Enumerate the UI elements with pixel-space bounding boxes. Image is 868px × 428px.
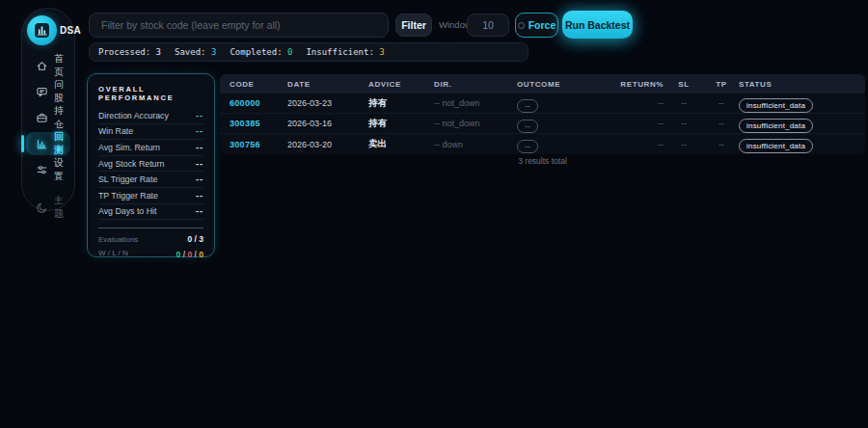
performance-metrics: Direction Accuracy--Win Rate--Avg Sim. R… xyxy=(98,108,203,220)
status-badge: insufficient_data xyxy=(739,119,813,133)
sidebar-item-1[interactable]: 首页 xyxy=(26,54,70,77)
cell-sl: -- xyxy=(664,140,704,149)
cell-code[interactable]: 600000 xyxy=(230,98,287,108)
stock-filter-input[interactable] xyxy=(89,13,389,38)
table-row[interactable]: 3003852026-03-16持有-- not_down--------ins… xyxy=(220,114,865,134)
sidebar: DSA 首页问股持仓回测设置主题 xyxy=(21,8,75,211)
cell-date: 2026-03-20 xyxy=(287,140,368,149)
table-row[interactable]: 6000002026-03-23持有-- not_down--------ins… xyxy=(220,94,865,114)
cell-return: -- xyxy=(613,140,664,149)
cell-advice: 卖出 xyxy=(368,138,434,150)
panel-title: OVERALL PERFORMANCE xyxy=(98,85,203,102)
cell-outcome: -- xyxy=(517,115,613,133)
metric-row: Avg Sim. Return-- xyxy=(98,140,203,156)
metric-label: Avg Stock Return xyxy=(98,159,164,169)
metric-row: TP Trigger Rate-- xyxy=(98,188,203,204)
divider xyxy=(98,227,203,228)
window-input[interactable] xyxy=(467,13,509,37)
cell-return: -- xyxy=(613,119,664,128)
active-indicator xyxy=(21,135,24,152)
results-table: CODEDATEADVICEDIR.OUTCOMERETURN%SLTPSTAT… xyxy=(220,74,865,154)
table-body: 6000002026-03-23持有-- not_down--------ins… xyxy=(220,94,865,154)
moon-icon xyxy=(36,201,48,214)
sidebar-item-5[interactable]: 设置 xyxy=(26,158,70,181)
cell-code[interactable]: 300385 xyxy=(230,119,287,128)
cell-date: 2026-03-23 xyxy=(287,98,368,108)
sidebar-item-label: 持仓 xyxy=(54,104,70,131)
cell-advice: 持有 xyxy=(368,97,434,110)
sidebar-item-label: 首页 xyxy=(54,52,70,79)
force-radio-icon xyxy=(518,22,525,29)
table-header: CODEDATEADVICEDIR.OUTCOMERETURN%SLTPSTAT… xyxy=(220,74,865,94)
cell-outcome: -- xyxy=(517,135,613,153)
status-badge: insufficient_data xyxy=(739,98,813,113)
table-row[interactable]: 3007562026-03-20卖出-- down--------insuffi… xyxy=(220,134,865,154)
cell-tp: -- xyxy=(704,119,739,128)
cell-dir: -- not_down xyxy=(434,98,517,108)
sidebar-item-2[interactable]: 问股 xyxy=(26,80,70,103)
force-toggle-button[interactable]: Force xyxy=(515,13,558,38)
outcome-badge: -- xyxy=(517,99,538,113)
wln-label: W / L / N xyxy=(98,249,128,257)
filter-button[interactable]: Filter xyxy=(395,13,432,37)
metric-value: -- xyxy=(196,143,203,152)
sidebar-item-label: 主题 xyxy=(54,194,70,221)
column-header: CODE xyxy=(230,80,287,89)
cell-return: -- xyxy=(613,98,664,108)
status-insufficient: Insufficient: 3 xyxy=(306,47,384,57)
briefcase-icon xyxy=(36,112,48,124)
cell-status: insufficient_data xyxy=(739,94,855,113)
outcome-badge: -- xyxy=(517,120,538,133)
chat-icon xyxy=(36,86,48,98)
overall-performance-panel: OVERALL PERFORMANCE Direction Accuracy--… xyxy=(87,73,215,257)
metric-row: Avg Days to Hit-- xyxy=(98,204,203,221)
metric-value: -- xyxy=(196,206,203,216)
cell-sl: -- xyxy=(664,98,704,108)
metric-label: Avg Days to Hit xyxy=(98,206,156,216)
sidebar-item-label: 回测 xyxy=(54,130,70,157)
app-root: DSA 首页问股持仓回测设置主题 Filter Window Force Run… xyxy=(0,0,868,428)
run-backtest-button[interactable]: Run Backtest xyxy=(562,11,633,39)
metric-row: Avg Stock Return-- xyxy=(98,156,203,173)
cell-dir: -- not_down xyxy=(434,119,517,128)
outcome-badge: -- xyxy=(517,140,538,153)
sidebar-item-4[interactable]: 回测 xyxy=(26,132,70,155)
logo-bar-chart-icon xyxy=(27,15,57,45)
metric-label: Win Rate xyxy=(98,126,133,136)
column-header: DATE xyxy=(287,80,368,89)
cell-status: insufficient_data xyxy=(739,135,855,153)
cell-advice: 持有 xyxy=(368,118,434,130)
column-header: TP xyxy=(704,80,739,89)
metric-row: Win Rate-- xyxy=(98,124,203,141)
cell-dir: -- down xyxy=(434,140,517,149)
evaluations-label: Evaluations xyxy=(98,235,138,244)
cell-date: 2026-03-16 xyxy=(287,119,368,128)
bar-chart-icon xyxy=(36,138,48,150)
cell-tp: -- xyxy=(704,140,739,149)
column-header: SL xyxy=(664,80,704,89)
metric-value: -- xyxy=(196,159,203,169)
metric-label: Avg Sim. Return xyxy=(98,143,160,152)
app-title: DSA xyxy=(60,25,81,36)
wln-values: 0 / 0 / 0 xyxy=(176,244,203,261)
column-header: DIR. xyxy=(434,80,517,89)
status-saved: Saved: 3 xyxy=(175,47,216,57)
metric-label: SL Trigger Rate xyxy=(98,174,157,184)
column-header: OUTCOME xyxy=(517,80,613,89)
results-count: 3 results total xyxy=(220,156,865,166)
cell-outcome: -- xyxy=(517,94,613,113)
metric-row: Direction Accuracy-- xyxy=(98,108,203,124)
metric-value: -- xyxy=(196,191,203,201)
home-icon xyxy=(36,60,48,72)
sidebar-nav: 首页问股持仓回测设置主题 xyxy=(22,51,74,222)
wln-row: W / L / N 0 / 0 / 0 xyxy=(98,247,203,258)
app-logo[interactable]: DSA xyxy=(27,15,81,45)
sidebar-item-6[interactable]: 主题 xyxy=(26,196,70,219)
cell-code[interactable]: 300756 xyxy=(230,140,287,149)
column-header: RETURN% xyxy=(613,80,664,89)
evaluations-value: 0 / 3 xyxy=(187,234,203,244)
sidebar-item-label: 设置 xyxy=(54,156,70,183)
force-label: Force xyxy=(529,19,556,31)
sidebar-item-3[interactable]: 持仓 xyxy=(26,106,70,129)
cell-sl: -- xyxy=(664,119,704,128)
